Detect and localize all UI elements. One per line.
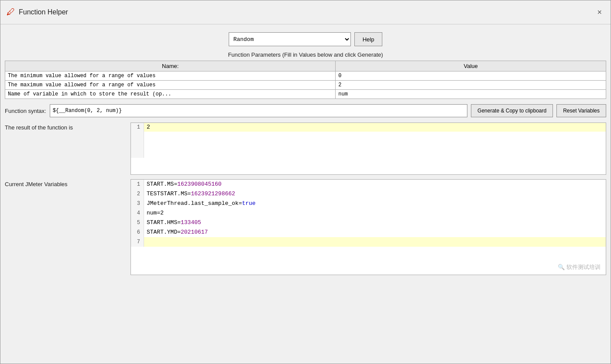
param-name-2: Name of variable in which to store the r… [5,90,336,99]
result-line-2 [131,132,606,140]
function-select[interactable]: Random [229,32,351,46]
variables-label: Current JMeter Variables [5,179,127,187]
var-line-number: 2 [131,189,144,199]
var-content: START.YMD=20210617 [144,228,606,237]
generate-button[interactable]: Generate & Copy to clipboard [471,104,553,117]
result-line-3 [131,140,606,149]
var-content: START.MS=1623908045160 [144,180,606,189]
var-content: JMeterThread.last_sample_ok=true [144,199,606,208]
param-value-1[interactable] [336,81,606,90]
var-content: num=2 [144,208,606,218]
var-line-6: 6 START.YMD=20210617 [131,228,606,237]
title-bar: 🖊 Function Helper × [0,0,611,24]
table-row: Name of variable in which to store the r… [5,90,606,99]
line-content [144,132,606,140]
watermark-icon: 🔍 [558,264,565,270]
var-line-number: 6 [131,228,144,237]
main-window: 🖊 Function Helper × Random Help Function… [0,0,611,364]
line-number [131,149,144,158]
reset-button[interactable]: Reset Variables [556,104,606,117]
param-value-2[interactable] [336,90,606,99]
var-value: 133405 [181,219,201,226]
table-row: The minimum value allowed for a range of… [5,71,606,81]
params-section-label: Function Parameters (Fill in Values belo… [0,51,611,58]
col-value-header: Value [336,61,606,71]
var-content: TESTSTART.MS=1623921298662 [144,189,606,199]
line-number [131,140,144,149]
line-content [144,149,606,158]
param-name-1: The maximum value allowed for a range of… [5,81,336,90]
var-line-5: 5 START.HMS=133405 [131,218,606,228]
param-value-0[interactable] [336,71,606,81]
title-bar-left: 🖊 Function Helper [7,7,68,17]
line-content [144,140,606,149]
params-table: Name: Value The minimum value allowed fo… [5,61,606,99]
variables-section: Current JMeter Variables 1 START.MS=1623… [0,179,611,364]
param-name-0: The minimum value allowed for a range of… [5,71,336,81]
content-area: Random Help Function Parameters (Fill in… [0,24,611,364]
result-label: The result of the function is [5,122,127,131]
table-row: The maximum value allowed for a range of… [5,81,606,90]
var-line-2: 2 TESTSTART.MS=1623921298662 [131,189,606,199]
line-number [131,132,144,140]
window-title: Function Helper [19,8,68,16]
result-line-4 [131,149,606,158]
result-editor[interactable]: 1 2 [130,122,606,175]
result-section: The result of the function is 1 2 [0,122,611,175]
var-line-1: 1 START.MS=1623908045160 [131,180,606,189]
watermark-text: 软件测试培训 [566,264,601,270]
var-value: 1623921298662 [191,191,235,197]
syntax-input[interactable] [50,104,467,117]
var-line-number: 3 [131,199,144,208]
top-controls: Random Help [0,29,611,51]
result-line-1: 1 2 [131,123,606,132]
close-button[interactable]: × [594,7,604,18]
var-line-number: 5 [131,218,144,228]
line-number: 1 [131,123,144,132]
var-line-number: 4 [131,208,144,218]
variables-editor[interactable]: 1 START.MS=1623908045160 2 TESTSTART.MS=… [130,179,606,275]
var-line-number: 7 [131,237,144,247]
var-value: 1623908045160 [177,181,221,187]
var-content: START.HMS=133405 [144,218,606,228]
var-content [144,237,606,247]
var-line-4: 4 num=2 [131,208,606,218]
col-name-header: Name: [5,61,336,71]
watermark: 🔍 软件测试培训 [558,263,601,271]
var-line-7: 7 [131,237,606,247]
syntax-row: Function syntax: Generate & Copy to clip… [0,99,611,122]
line-content: 2 [144,123,606,132]
var-value: true [242,200,255,207]
var-value: 20210617 [181,229,208,235]
var-line-3: 3 JMeterThread.last_sample_ok=true [131,199,606,208]
help-button[interactable]: Help [354,32,383,46]
app-icon: 🖊 [7,7,15,17]
syntax-label: Function syntax: [5,108,46,114]
var-line-number: 1 [131,180,144,189]
